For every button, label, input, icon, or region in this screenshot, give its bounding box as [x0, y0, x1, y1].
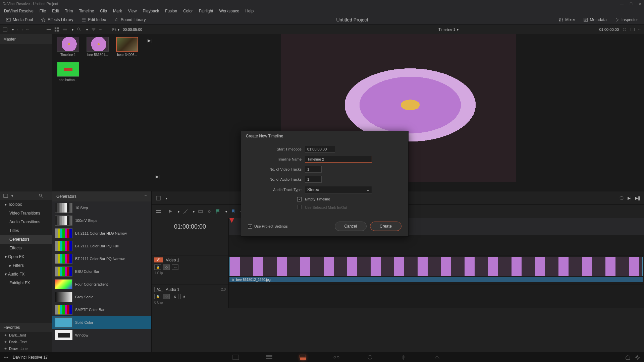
menu-trim[interactable]: Trim [62, 8, 76, 14]
menu-fairlight[interactable]: Fairlight [196, 8, 216, 14]
mixer-button[interactable]: Mixer [555, 16, 578, 23]
favorite-item[interactable]: ★Draw...Line [0, 345, 52, 352]
menu-davinci[interactable]: DaVinci Resolve [1, 8, 36, 14]
start-timecode-input[interactable] [305, 146, 335, 153]
menu-file[interactable]: File [37, 8, 49, 14]
track-badge-v1[interactable]: V1 [154, 257, 163, 262]
timeline-timecode-display[interactable]: 01:00:00:00 [152, 218, 229, 235]
empty-timeline-checkbox[interactable] [297, 197, 302, 201]
mute-button[interactable]: M [180, 294, 187, 299]
track-lock-icon[interactable]: 🔒 [154, 294, 161, 299]
track-auto-select-icon[interactable]: ◇ [163, 264, 170, 270]
track-auto-select-icon[interactable]: ◇ [163, 294, 170, 299]
fx-more-icon[interactable]: ··· [45, 193, 49, 198]
fit-dropdown[interactable]: Fit [112, 27, 119, 32]
media-item-abo-button[interactable]: abo button... [55, 62, 81, 82]
fx-titles[interactable]: Titles [0, 226, 52, 235]
marker-icon[interactable] [230, 209, 236, 214]
close-icon[interactable]: ✕ [639, 2, 641, 6]
cancel-button[interactable]: Cancel [335, 222, 367, 231]
search-icon[interactable] [77, 27, 82, 32]
fx-generators[interactable]: Generators [0, 235, 52, 244]
single-viewer-icon[interactable] [630, 27, 635, 32]
menu-edit[interactable]: Edit [49, 8, 62, 14]
generator-item[interactable]: Four Color Gradient [52, 278, 151, 291]
insert-icon[interactable] [198, 209, 203, 214]
home-icon[interactable] [4, 355, 9, 360]
favorite-item[interactable]: ★Dark...hird [0, 332, 52, 339]
video-clip[interactable] [229, 257, 643, 276]
media-item-bee[interactable]: bee-561801... [85, 37, 111, 57]
audio-track-header[interactable]: A1 Audio 1 2.0 🔒 ◇ S M 0 Clip [152, 285, 229, 308]
loop-icon[interactable] [619, 195, 624, 201]
audio-track-content[interactable] [229, 285, 644, 308]
menu-help[interactable]: Help [243, 8, 256, 14]
menu-color[interactable]: Color [180, 8, 196, 14]
generator-item[interactable]: BT.2111 Color Bar PQ Narrow [52, 252, 151, 265]
sort-icon[interactable] [91, 27, 96, 32]
fx-audio-transitions[interactable]: Audio Transitions [0, 218, 52, 226]
collapse-icon[interactable]: ⌃ [144, 194, 147, 199]
media-pool-button[interactable]: Media Pool [3, 16, 36, 23]
more-icon[interactable]: ··· [26, 27, 29, 32]
timeline-name-dropdown[interactable]: Timeline 1 [438, 27, 458, 32]
video-track-header[interactable]: V1 Video 1 🔒 ◇ ▭ 1 Clip [152, 255, 229, 285]
track-lock-icon[interactable]: 🔒 [154, 264, 161, 270]
fx-search-icon[interactable] [39, 193, 43, 198]
menu-fusion[interactable]: Fusion [162, 8, 180, 14]
favorite-item[interactable]: ★Dark...Text [0, 339, 52, 345]
nav-fwd-icon[interactable]: › [22, 27, 23, 32]
menu-view[interactable]: View [125, 8, 140, 14]
menu-mark[interactable]: Mark [110, 8, 125, 14]
media-item-timeline1[interactable]: Timeline 1 [55, 37, 81, 57]
blade-tool-icon[interactable] [183, 209, 188, 214]
project-home-icon[interactable] [625, 355, 631, 360]
minimize-icon[interactable]: — [620, 2, 624, 6]
audio-tracks-input[interactable] [305, 176, 322, 183]
generator-item[interactable]: Grey Scale [52, 291, 151, 303]
arrow-tool-icon[interactable] [168, 209, 173, 214]
video-track-content[interactable]: ⊕ bee-5618012_1920.jpg [229, 255, 644, 285]
fx-toolbox[interactable]: ▾Toolbox [0, 200, 52, 209]
fx-filters[interactable]: ▸Filters [0, 261, 52, 270]
menu-playback[interactable]: Playback [140, 8, 162, 14]
generator-item[interactable]: BT.2111 Color Bar HLG Narrow [52, 227, 151, 240]
blade-dropdown[interactable] [192, 209, 195, 214]
flag-dropdown[interactable] [224, 209, 227, 214]
last-icon[interactable]: ▶| [628, 196, 632, 200]
effects-library-button[interactable]: Effects Library [38, 16, 76, 23]
menu-timeline[interactable]: Timeline [76, 8, 97, 14]
generator-item[interactable]: SMPTE Color Bar [52, 303, 151, 316]
fx-effects[interactable]: Effects [0, 244, 52, 252]
generator-item[interactable]: BT.2111 Color Bar PQ Full [52, 240, 151, 252]
timeline-view-icon[interactable] [156, 209, 161, 214]
next-clip-icon[interactable]: ▶| [148, 38, 152, 43]
media-item-bear[interactable]: bear-34006... [114, 37, 140, 57]
cut-page-icon[interactable] [266, 355, 273, 360]
track-disable-icon[interactable]: ▭ [172, 264, 178, 270]
edit-page-icon[interactable] [300, 355, 306, 360]
deliver-page-icon[interactable] [434, 355, 440, 360]
create-button[interactable]: Create [370, 222, 401, 231]
metadata-button[interactable]: Metadata [580, 16, 610, 23]
generator-item[interactable]: EBU Color Bar [52, 265, 151, 278]
fx-bin-dropdown[interactable] [10, 193, 13, 198]
prev-frame-icon[interactable]: ▶| [156, 174, 160, 179]
fx-bin-icon[interactable] [3, 193, 8, 198]
fusion-page-icon[interactable] [333, 355, 340, 360]
viewer-more-icon[interactable]: ··· [638, 27, 641, 32]
bypass-icon[interactable] [622, 27, 627, 32]
generator-item[interactable]: Window [52, 329, 151, 342]
track-badge-a1[interactable]: A1 [154, 287, 163, 292]
maximize-icon[interactable]: ☐ [630, 2, 633, 6]
fairlight-page-icon[interactable] [400, 355, 407, 360]
project-settings-icon[interactable] [635, 355, 640, 360]
bin-dropdown[interactable] [11, 27, 14, 32]
media-page-icon[interactable] [232, 355, 239, 360]
generator-item[interactable]: Solid Color [52, 316, 151, 329]
subbar-more-icon[interactable]: ··· [99, 27, 102, 32]
flag-icon[interactable] [215, 209, 221, 214]
inspector-button[interactable]: Inspector [611, 16, 641, 23]
fx-audiofx[interactable]: ▾Audio FX [0, 270, 52, 279]
use-project-settings-checkbox[interactable] [248, 224, 252, 229]
